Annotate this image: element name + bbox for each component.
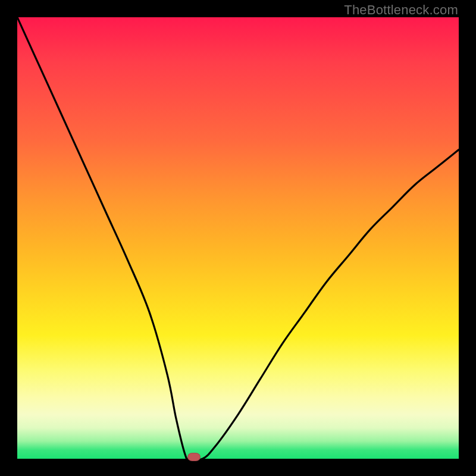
plot-area	[17, 17, 459, 459]
chart-frame: TheBottleneck.com	[0, 0, 476, 476]
minimum-marker	[187, 453, 201, 461]
bottleneck-curve	[17, 17, 459, 459]
curve-path	[17, 17, 459, 459]
watermark-text: TheBottleneck.com	[344, 2, 458, 18]
